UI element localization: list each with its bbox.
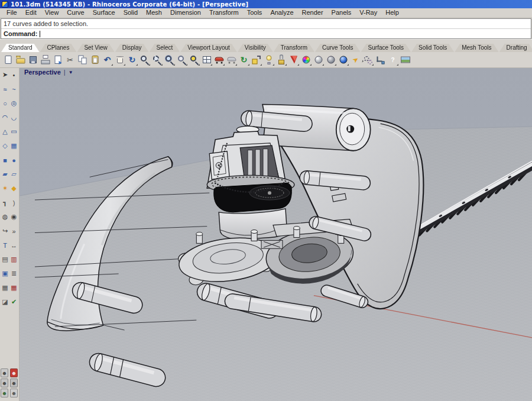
join-tool-icon[interactable]: ↪ — [1, 227, 9, 235]
curve-network-tool-icon[interactable]: ▦ — [9, 141, 18, 150]
surface-extrude-tool-icon[interactable]: ▰ — [1, 170, 9, 179]
viewport-title[interactable]: Perspective | ▼ — [24, 69, 73, 76]
save-button[interactable] — [27, 53, 39, 66]
solid-sphere-tool-icon[interactable]: ● — [9, 156, 18, 164]
point-tool-icon[interactable]: • — [9, 70, 18, 79]
tab-mesh-tools[interactable]: Mesh Tools — [455, 44, 498, 52]
print-button[interactable] — [39, 53, 51, 66]
trim-tool-icon[interactable]: ◪ — [1, 297, 9, 306]
flyout-arrow-icon[interactable] — [173, 64, 175, 66]
text-tool-icon[interactable]: T — [1, 241, 9, 250]
tab-cplanes[interactable]: CPlanes — [40, 44, 77, 52]
solid-box-tool-icon[interactable]: ■ — [1, 156, 9, 164]
new-file-button[interactable] — [2, 53, 14, 66]
flyout-arrow-icon[interactable] — [148, 64, 150, 66]
array-linear-tool-icon[interactable]: ▥ — [9, 255, 18, 264]
tab-display[interactable]: Display — [115, 44, 149, 52]
menu-file[interactable]: File — [2, 8, 21, 17]
menu-dimension[interactable]: Dimension — [166, 8, 205, 17]
boolean-union-tool-icon[interactable]: ◍ — [1, 212, 9, 221]
tab-curve-tools[interactable]: Curve Tools — [315, 44, 361, 52]
tab-standard[interactable]: Standard — [1, 44, 40, 52]
copy-button[interactable] — [76, 53, 89, 66]
flyout-arrow-icon[interactable] — [161, 64, 163, 66]
tab-visibility[interactable]: Visibility — [238, 44, 273, 52]
menu-solid[interactable]: Solid — [119, 8, 142, 17]
interpolated-curve-tool-icon[interactable]: ~ — [9, 85, 18, 93]
layer-stack-tool-icon[interactable]: ≣ — [9, 269, 18, 278]
control-point-curve-tool-icon[interactable]: ≈ — [1, 85, 9, 93]
menu-transform[interactable]: Transform — [205, 8, 243, 17]
flyout-arrow-icon[interactable] — [210, 64, 212, 66]
zoom-dynamic-button[interactable] — [138, 53, 151, 66]
block-tool-icon[interactable]: ▤ — [1, 255, 9, 264]
command-line[interactable]: Command: — [1, 29, 531, 38]
help-button[interactable]: ? — [387, 53, 399, 66]
flyout-arrow-icon[interactable] — [310, 64, 312, 66]
zoom-selected-button[interactable] — [176, 53, 188, 66]
rendered-viewport-button[interactable] — [325, 53, 337, 66]
menu-help[interactable]: Help — [381, 8, 403, 17]
flyout-arrow-icon[interactable] — [397, 64, 398, 66]
tab-drafting[interactable]: Drafting — [499, 44, 532, 52]
chevron-down-icon[interactable]: ▼ — [69, 70, 73, 75]
tab-viewport-layout[interactable]: Viewport Layout — [180, 44, 237, 52]
flyout-arrow-icon[interactable] — [248, 64, 249, 66]
flyout-arrow-icon[interactable] — [124, 64, 125, 66]
pipe-tool-icon[interactable]: ┓ — [1, 198, 9, 207]
flyout-arrow-icon[interactable] — [186, 64, 187, 66]
options-button[interactable] — [362, 53, 374, 66]
circle-tool-icon[interactable]: ○ — [1, 99, 9, 108]
select-tool-icon[interactable]: ➤ — [1, 70, 9, 79]
fillet-tool-icon[interactable]: ◆ — [9, 184, 18, 193]
menu-mesh[interactable]: Mesh — [142, 8, 166, 17]
rotate-object-button[interactable]: ↻ — [238, 53, 250, 66]
block-manager-button[interactable] — [374, 53, 387, 66]
flyout-arrow-icon[interactable] — [285, 64, 287, 66]
pan-view-button[interactable] — [113, 53, 126, 66]
flyout-arrow-icon[interactable] — [198, 64, 200, 66]
menu-edit[interactable]: Edit — [21, 8, 41, 17]
flyout-arrow-icon[interactable] — [297, 64, 299, 66]
check-tool-icon[interactable]: ✔ — [9, 297, 18, 306]
zoom-extents-button[interactable] — [188, 53, 200, 66]
flyout-arrow-icon[interactable] — [372, 64, 374, 66]
menu-analyze[interactable]: Analyze — [266, 8, 297, 17]
cut-button[interactable]: ✂ — [64, 53, 76, 66]
open-file-button[interactable] — [14, 53, 27, 66]
viewport-layout-button[interactable] — [200, 53, 213, 66]
flyout-arrow-icon[interactable] — [347, 64, 349, 66]
scale-button[interactable] — [250, 53, 262, 66]
flyout-arrow-icon[interactable] — [111, 64, 113, 66]
boolean-difference-tool-icon[interactable]: ◉ — [9, 212, 18, 221]
rotate-view-button[interactable]: ↻ — [126, 53, 138, 66]
flyout-arrow-icon[interactable] — [273, 64, 274, 66]
arc-tool-icon[interactable]: ◠ — [1, 113, 9, 122]
explode-tool-icon[interactable]: ✶ — [1, 184, 9, 193]
arc-tangent-tool-icon[interactable]: ◡ — [9, 113, 18, 122]
box-wireframe-tool-icon[interactable]: ◇ — [1, 141, 9, 150]
rectangle-tool-icon[interactable]: ▭ — [9, 127, 18, 136]
menu-render[interactable]: Render — [298, 8, 327, 17]
flyout-arrow-icon[interactable] — [235, 64, 237, 66]
polyline-tool-icon[interactable]: △ — [1, 127, 9, 136]
move-button[interactable] — [213, 53, 225, 66]
zoom-window-button[interactable] — [151, 53, 163, 66]
offset-tool-icon[interactable]: » — [9, 227, 18, 235]
dimension-tool-icon[interactable]: ↔ — [9, 241, 18, 250]
flyout-arrow-icon[interactable] — [136, 64, 138, 66]
surface-loft-tool-icon[interactable]: ▱ — [9, 170, 18, 179]
viewport-title-text[interactable]: Perspective — [24, 69, 61, 76]
array-rect-tool-icon[interactable]: ▦ — [1, 283, 9, 292]
flyout-arrow-icon[interactable] — [223, 64, 225, 66]
flyout-arrow-icon[interactable] — [335, 64, 336, 66]
layer-control-button[interactable] — [287, 53, 300, 66]
flyout-arrow-icon[interactable] — [322, 64, 324, 66]
paste-button[interactable] — [89, 53, 101, 66]
undo-button[interactable]: ↶ — [101, 53, 113, 66]
shaded-viewport-button[interactable] — [312, 53, 325, 66]
ellipse-tool-icon[interactable]: ◎ — [9, 99, 18, 108]
tab-set-view[interactable]: Set View — [77, 44, 114, 52]
flyout-arrow-icon[interactable] — [260, 64, 262, 66]
viewport-canvas[interactable] — [20, 68, 532, 401]
